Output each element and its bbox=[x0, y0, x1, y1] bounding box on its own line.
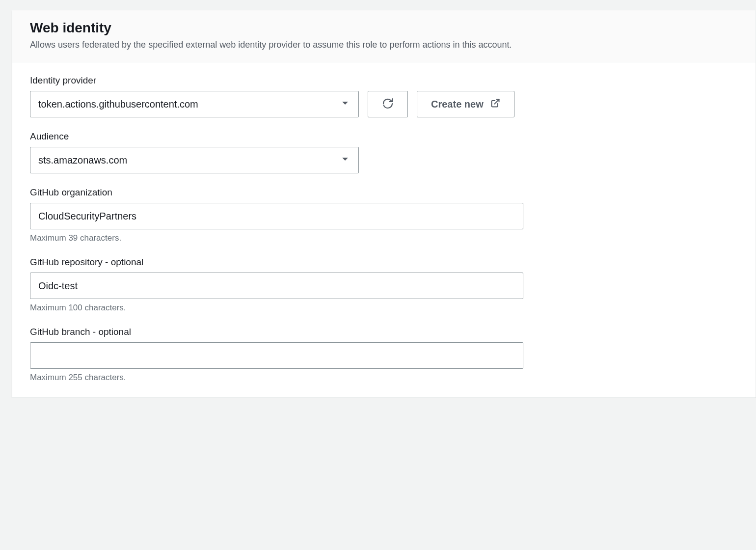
github-branch-helper: Maximum 255 characters. bbox=[30, 373, 738, 383]
github-branch-input[interactable] bbox=[30, 342, 523, 369]
panel-body: Identity provider token.actions.githubus… bbox=[12, 62, 756, 397]
github-repository-helper: Maximum 100 characters. bbox=[30, 303, 738, 313]
github-repository-field: GitHub repository - optional Maximum 100… bbox=[30, 257, 738, 313]
panel-description: Allows users federated by the specified … bbox=[30, 39, 738, 51]
identity-provider-label: Identity provider bbox=[30, 75, 738, 86]
identity-provider-select[interactable]: token.actions.githubusercontent.com bbox=[30, 91, 359, 117]
github-organization-label: GitHub organization bbox=[30, 187, 738, 198]
audience-label: Audience bbox=[30, 131, 738, 142]
audience-select-wrap: sts.amazonaws.com bbox=[30, 147, 359, 173]
github-organization-helper: Maximum 39 characters. bbox=[30, 233, 738, 243]
create-new-button[interactable]: Create new bbox=[417, 91, 514, 117]
identity-provider-select-wrap: token.actions.githubusercontent.com bbox=[30, 91, 359, 117]
external-link-icon bbox=[490, 98, 500, 110]
refresh-button[interactable] bbox=[368, 91, 408, 117]
audience-field: Audience sts.amazonaws.com bbox=[30, 131, 738, 173]
github-branch-label: GitHub branch - optional bbox=[30, 327, 738, 337]
web-identity-panel: Web identity Allows users federated by t… bbox=[12, 10, 756, 398]
create-new-label: Create new bbox=[431, 99, 484, 110]
audience-select[interactable]: sts.amazonaws.com bbox=[30, 147, 359, 173]
github-repository-label: GitHub repository - optional bbox=[30, 257, 738, 268]
github-branch-field: GitHub branch - optional Maximum 255 cha… bbox=[30, 327, 738, 383]
identity-provider-row: token.actions.githubusercontent.com bbox=[30, 91, 738, 117]
svg-line-0 bbox=[494, 99, 499, 104]
github-organization-input[interactable] bbox=[30, 203, 523, 229]
github-organization-field: GitHub organization Maximum 39 character… bbox=[30, 187, 738, 243]
github-repository-input[interactable] bbox=[30, 273, 523, 299]
panel-title: Web identity bbox=[30, 20, 738, 36]
panel-header: Web identity Allows users federated by t… bbox=[12, 10, 756, 62]
refresh-icon bbox=[382, 98, 394, 111]
identity-provider-field: Identity provider token.actions.githubus… bbox=[30, 75, 738, 117]
